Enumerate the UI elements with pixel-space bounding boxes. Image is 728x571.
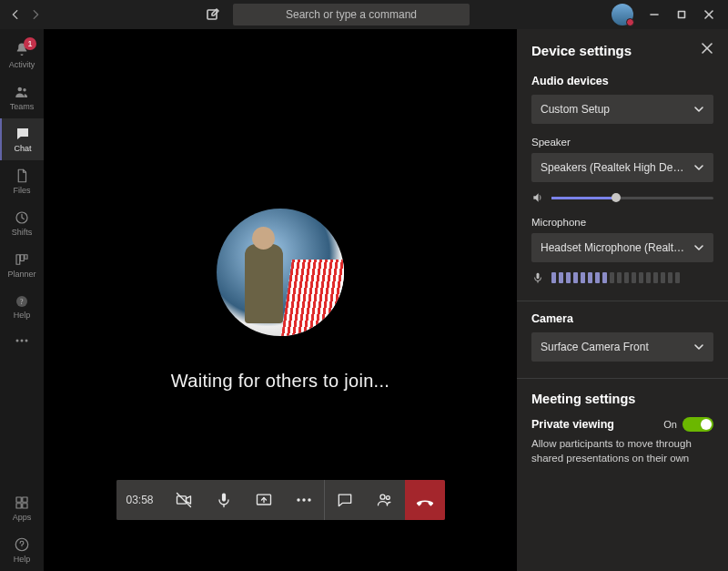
activity-badge: 1 <box>24 37 36 50</box>
svg-point-15 <box>25 340 28 342</box>
mic-icon <box>215 491 233 509</box>
rail-label: Help <box>14 311 31 320</box>
rail-item-apps[interactable]: Apps <box>0 487 44 529</box>
chat-icon <box>336 491 354 509</box>
help-icon: ? <box>15 294 29 309</box>
participants-button[interactable] <box>365 480 405 520</box>
svg-marker-35 <box>533 193 538 201</box>
svg-rect-19 <box>23 504 27 508</box>
rail-item-files[interactable]: Files <box>0 160 44 202</box>
svg-point-14 <box>21 340 24 342</box>
svg-point-13 <box>16 340 19 342</box>
audio-device-select[interactable]: Custom Setup <box>531 95 713 124</box>
toggle-mic-button[interactable] <box>204 480 244 520</box>
rail-item-chat[interactable]: Chat <box>0 118 44 160</box>
waiting-text: Waiting for others to join... <box>171 371 389 392</box>
file-icon <box>14 168 30 184</box>
svg-point-29 <box>302 498 305 501</box>
panel-title: Device settings <box>531 43 632 58</box>
chat-icon <box>15 126 31 142</box>
mic-level-meter <box>551 272 713 283</box>
slider-thumb[interactable] <box>612 193 621 202</box>
meeting-settings-title: Meeting settings <box>531 392 713 406</box>
private-viewing-label: Private viewing <box>531 418 614 431</box>
private-viewing-toggle[interactable] <box>682 417 713 432</box>
audio-devices-heading: Audio devices <box>531 75 713 87</box>
window-minimize-button[interactable] <box>641 2 668 27</box>
speaker-value: Speakers (Realtek High Definition Au... <box>541 161 686 174</box>
share-screen-button[interactable] <box>244 480 284 520</box>
rail-label: Planner <box>7 270 35 279</box>
microphone-select[interactable]: Headset Microphone (Realtek High D... <box>531 233 713 262</box>
compose-button[interactable] <box>200 2 226 27</box>
camera-select[interactable]: Surface Camera Front <box>531 332 713 362</box>
svg-rect-16 <box>16 497 21 502</box>
svg-rect-18 <box>16 504 21 508</box>
microphone-label: Microphone <box>531 217 713 228</box>
clock-icon <box>14 209 30 226</box>
planner-icon <box>14 251 30 268</box>
rail-label: Help <box>14 555 31 564</box>
close-icon <box>701 42 713 55</box>
window-close-button[interactable] <box>695 2 723 27</box>
svg-point-31 <box>380 495 385 499</box>
people-icon <box>376 491 394 509</box>
hangup-button[interactable] <box>405 480 445 520</box>
svg-point-6 <box>23 88 25 91</box>
nav-forward-button[interactable] <box>25 5 46 25</box>
apps-icon <box>14 495 30 511</box>
rail-label: Activity <box>9 60 35 69</box>
chevron-down-icon <box>693 104 704 115</box>
title-bar: Search or type a command <box>0 0 728 29</box>
svg-text:?: ? <box>20 298 23 306</box>
close-panel-button[interactable] <box>701 42 713 58</box>
chevron-down-icon <box>693 242 704 253</box>
svg-rect-8 <box>16 255 20 265</box>
rail-label: Files <box>13 186 30 195</box>
toggle-camera-button[interactable] <box>164 480 204 520</box>
search-placeholder: Search or type a command <box>286 8 417 21</box>
speaker-volume-slider[interactable] <box>551 197 713 199</box>
rail-label: Teams <box>10 102 35 111</box>
speaker-select[interactable]: Speakers (Realtek High Definition Au... <box>531 153 713 182</box>
svg-rect-17 <box>23 497 27 502</box>
svg-rect-10 <box>25 255 27 260</box>
svg-rect-9 <box>21 255 25 261</box>
more-icon <box>295 497 313 503</box>
people-icon <box>14 84 30 100</box>
phone-hangup-icon <box>415 490 435 510</box>
camera-value: Surface Camera Front <box>541 341 649 353</box>
meeting-stage: Waiting for others to join... 03:58 <box>44 29 517 571</box>
rail-item-activity[interactable]: Activity 1 <box>0 35 44 76</box>
svg-line-24 <box>177 494 190 507</box>
rail-item-teams[interactable]: Teams <box>0 76 44 118</box>
slider-fill <box>551 197 616 199</box>
mic-icon <box>531 271 544 284</box>
share-screen-icon <box>255 491 273 509</box>
svg-rect-2 <box>679 12 685 18</box>
rail-overflow[interactable] <box>0 328 44 355</box>
window-maximize-button[interactable] <box>668 2 695 27</box>
more-actions-button[interactable] <box>284 480 324 520</box>
rail-item-planner[interactable]: Planner <box>0 244 44 286</box>
svg-point-28 <box>297 498 299 501</box>
conversation-button[interactable] <box>325 480 365 520</box>
rail-item-help[interactable]: ? Help <box>0 286 44 328</box>
chevron-down-icon <box>693 342 704 352</box>
help-circle-icon <box>14 536 30 553</box>
svg-point-21 <box>22 547 23 548</box>
svg-rect-36 <box>537 273 540 279</box>
search-input[interactable]: Search or type a command <box>233 4 470 25</box>
app-rail: Activity 1 Teams Chat Files Shifts Pl <box>0 29 44 571</box>
more-icon <box>15 339 29 342</box>
rail-item-shifts[interactable]: Shifts <box>0 202 44 244</box>
profile-avatar[interactable] <box>612 4 633 25</box>
svg-point-5 <box>18 87 23 92</box>
rail-label: Chat <box>14 144 31 153</box>
camera-heading: Camera <box>531 312 713 325</box>
call-timer: 03:58 <box>116 480 164 520</box>
svg-rect-25 <box>221 494 225 502</box>
device-settings-panel: Device settings Audio devices Custom Set… <box>517 29 728 571</box>
nav-back-button[interactable] <box>5 5 25 25</box>
rail-item-help-bottom[interactable]: Help <box>0 529 44 571</box>
